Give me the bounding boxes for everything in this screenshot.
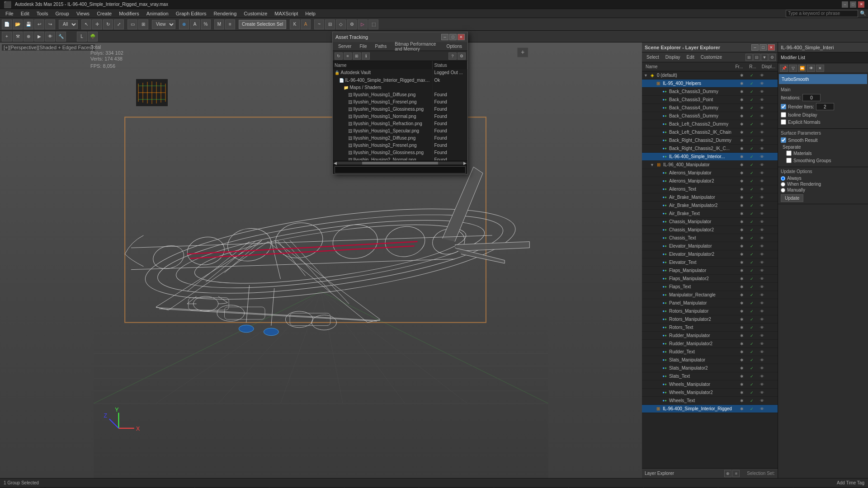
smooth-result-check[interactable] — [781, 137, 786, 143]
asset-table-row[interactable]: 🖼 Ilyushin_Housing1_Normal.pngFound — [333, 113, 467, 120]
tree-item[interactable]: ●●Back_Chassis3_Point✱✓👁 — [642, 96, 778, 104]
tree-item[interactable]: ▼◈0 (default)✱✓👁 — [642, 71, 778, 80]
menu-item-animation[interactable]: Animation — [143, 10, 172, 17]
align-btn[interactable]: ≡ — [225, 19, 235, 29]
motion-btn[interactable]: ▶ — [34, 32, 44, 42]
search-icon[interactable]: 🔍 — [860, 10, 866, 16]
tree-item[interactable]: ●●Back_Chassis5_Dummy✱✓👁 — [642, 112, 778, 120]
asset-tracking-minimize[interactable]: – — [441, 34, 448, 40]
iterations-input[interactable] — [802, 94, 821, 101]
tree-item[interactable]: ●●Manipulator_Rectangle✱✓👁 — [642, 291, 778, 299]
mod-funnel-btn[interactable]: ▽ — [789, 65, 797, 72]
display-btn[interactable]: 👁 — [45, 32, 55, 42]
at-details-btn[interactable]: ℹ — [362, 52, 370, 60]
asset-table-row[interactable]: 📄 IL-96-400_Simple_Interior_Rigged_max_v… — [333, 76, 467, 84]
tree-item[interactable]: ●●Flaps_Text✱✓👁 — [642, 283, 778, 291]
at-settings-btn[interactable]: ⚙ — [458, 52, 466, 60]
at-menu-paths[interactable]: Paths — [372, 43, 391, 49]
tree-item[interactable]: ●●Back_Chassis4_Dummy✱✓👁 — [642, 104, 778, 112]
window-crossing-btn[interactable]: ⊞ — [138, 19, 148, 29]
restore-btn[interactable]: □ — [850, 1, 856, 8]
tree-item[interactable]: ●●Elevator_Text✱✓👁 — [642, 258, 778, 267]
tree-item[interactable]: ●●Rotors_Manipulator2✱✓👁 — [642, 315, 778, 324]
se-menu-display[interactable]: Display — [663, 54, 683, 60]
tree-item[interactable]: ●●Panel_Manipulator✱✓👁 — [642, 299, 778, 307]
snap-toggle[interactable]: ⊕ — [179, 19, 189, 29]
asset-table-row[interactable]: 🖼 Ilyushin_Housing1_Fresnel.pngFound — [333, 98, 467, 105]
isoline-check[interactable] — [781, 112, 786, 117]
tree-item[interactable]: ●●Back_Right_Chassis2_IK_C...✱✓👁 — [642, 145, 778, 153]
utilities-btn[interactable]: 🔧 — [56, 32, 66, 42]
tree-item[interactable]: ●●Flaps_Manipulator2✱✓👁 — [642, 275, 778, 283]
menu-item-file[interactable]: File — [2, 10, 17, 17]
tree-item[interactable]: ●●Back_Chassis3_Dummy✱✓👁 — [642, 88, 778, 96]
modify-panel-btn[interactable]: ⚒ — [13, 32, 23, 42]
at-col-status[interactable]: Status — [432, 61, 467, 69]
asset-table-row[interactable]: 🖼 Ilyushin_Housing2_Glossiness.pngFound — [333, 149, 467, 156]
menu-item-maxscript[interactable]: MAXScript — [271, 10, 302, 17]
set-key-mode-btn[interactable]: K — [290, 19, 300, 29]
asset-table-row[interactable]: 📁 Maps / Shaders — [333, 84, 467, 91]
se-menu-edit[interactable]: Edit — [684, 54, 697, 60]
mod-del-btn[interactable]: ✕ — [816, 65, 824, 72]
tree-item[interactable]: ⊞IL-96-400_Simple_Interior_Rigged✱✓👁 — [642, 405, 778, 413]
explicit-normals-check[interactable] — [781, 119, 786, 125]
le-icon1[interactable]: ⊕ — [724, 470, 731, 477]
select-btn[interactable]: ↖ — [81, 19, 91, 29]
add-time-tag-btn[interactable]: Add Time Tag — [837, 480, 864, 485]
tree-item[interactable]: ●●Chassis_Manipulator2✱✓👁 — [642, 226, 778, 234]
asset-table-row[interactable]: 🖼 Ilyushin_Housing1_Refraction.pngFound — [333, 120, 467, 127]
view-dropdown[interactable]: View — [152, 20, 175, 29]
tree-item[interactable]: ●●Air_Brake_Manipulator✱✓👁 — [642, 193, 778, 202]
move-btn[interactable]: ✛ — [92, 19, 102, 29]
materials-check[interactable] — [786, 150, 792, 156]
tree-item[interactable]: ●●Back_Left_Chassis2_Dummy✱✓👁 — [642, 120, 778, 128]
asset-tracking-close[interactable]: ✕ — [458, 34, 465, 40]
tree-item[interactable]: ●●Wheels_Text✱✓👁 — [642, 397, 778, 405]
curve-editor-btn[interactable]: ~ — [314, 19, 324, 29]
se-expand-btn[interactable]: ⊞ — [745, 54, 753, 61]
layer-mgr-btn[interactable]: L — [77, 32, 87, 42]
tree-item[interactable]: ●●Rotors_Manipulator✱✓👁 — [642, 307, 778, 315]
tree-item[interactable]: ●●Ailerons_Manipulator2✱✓👁 — [642, 177, 778, 185]
scene-explorer-restore[interactable]: □ — [760, 44, 767, 51]
scene-tree[interactable]: ▼◈0 (default)✱✓👁⊞IL-95_400_Helpers✱✓👁●●B… — [642, 71, 778, 468]
at-help-btn[interactable]: ? — [448, 52, 457, 60]
tree-item[interactable]: ●●Elevator_Manipulator✱✓👁 — [642, 242, 778, 250]
update-button[interactable]: Update — [781, 194, 803, 202]
save-btn[interactable]: 💾 — [24, 19, 33, 29]
menu-item-tools[interactable]: Tools — [33, 10, 52, 17]
redo-btn[interactable]: ↪ — [45, 19, 55, 29]
at-refresh-btn[interactable]: ↻ — [335, 52, 343, 60]
se-menu-customize[interactable]: Customize — [698, 54, 725, 60]
when-rendering-radio[interactable] — [781, 182, 785, 187]
se-menu-select[interactable]: Select — [644, 54, 662, 60]
percent-snap[interactable]: % — [201, 19, 211, 29]
menu-item-graph-editors[interactable]: Graph Editors — [172, 10, 210, 17]
minimize-btn[interactable]: – — [842, 1, 848, 8]
asset-tracking-restore[interactable]: □ — [449, 34, 457, 40]
undo-btn[interactable]: ↩ — [34, 19, 44, 29]
tree-item[interactable]: ●●IL-96-400_Simple_Interior...✱✓👁 — [642, 153, 778, 161]
close-btn[interactable]: ✕ — [858, 1, 864, 8]
scene-explorer-close[interactable]: ✕ — [768, 44, 775, 51]
render-iters-input[interactable] — [816, 103, 834, 110]
tree-item[interactable]: ●●Back_Right_Chassis2_Dummy✱✓👁 — [642, 136, 778, 145]
scene-explorer-btn[interactable]: 🌳 — [88, 32, 98, 42]
always-radio[interactable] — [781, 176, 785, 181]
at-menu-bitmap[interactable]: Bitmap Performance and Memory — [391, 41, 442, 52]
render-setup-btn[interactable]: ⚙ — [347, 19, 357, 29]
at-col-name[interactable]: Name — [333, 61, 432, 69]
menu-item-help[interactable]: Help — [302, 10, 319, 17]
at-scroll-left[interactable]: ◀ — [334, 161, 337, 165]
asset-path-input[interactable] — [335, 166, 466, 174]
at-scroll-right[interactable]: ▶ — [463, 161, 467, 165]
tree-item[interactable]: ●●Rotors_Text✱✓👁 — [642, 324, 778, 332]
at-menu-server[interactable]: Server — [335, 43, 355, 49]
le-icon2[interactable]: ≡ — [732, 470, 740, 477]
schematic-btn[interactable]: ⊟ — [325, 19, 335, 29]
menu-item-edit[interactable]: Edit — [17, 10, 33, 17]
create-selection-btn[interactable]: Create Selection Sel — [239, 20, 286, 29]
tree-item[interactable]: ●●Wheels_Manipulator✱✓👁 — [642, 380, 778, 389]
asset-table-row[interactable]: 🖼 Ilyushin_Housing2_Fresnel.pngFound — [333, 141, 467, 149]
